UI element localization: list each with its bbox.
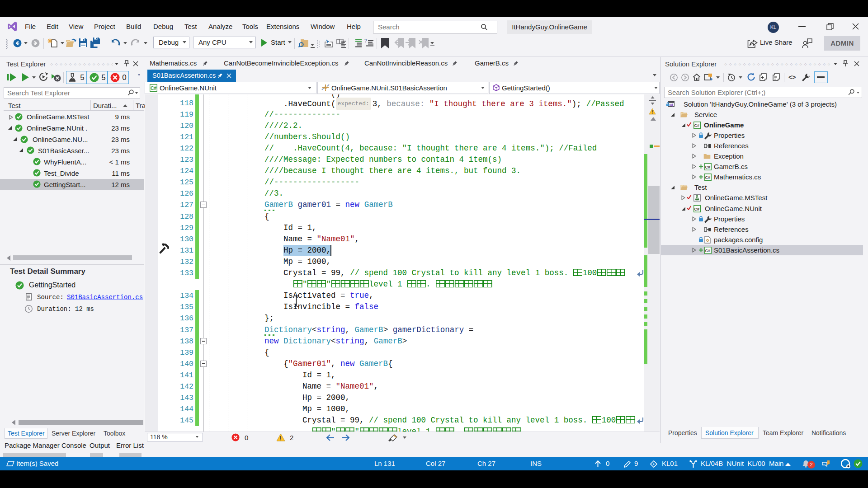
- svg-text:C#: C#: [694, 206, 700, 211]
- svg-text:C#: C#: [705, 248, 711, 253]
- svg-text:C#: C#: [151, 85, 157, 91]
- svg-text:?: ?: [364, 39, 367, 43]
- svg-text:C#: C#: [705, 175, 711, 180]
- svg-text:C#: C#: [694, 123, 700, 127]
- svg-text:C#: C#: [705, 165, 711, 169]
